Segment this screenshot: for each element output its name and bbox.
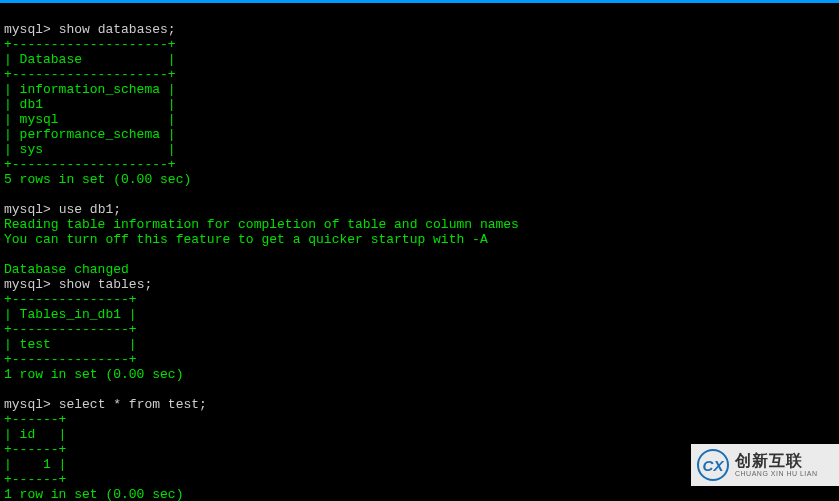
output-line: +------+ (4, 412, 66, 427)
session-0: mysql> show databases; +----------------… (4, 22, 191, 187)
mysql-prompt: mysql> (4, 277, 51, 292)
output-line: | information_schema | (4, 82, 176, 97)
output-line: You can turn off this feature to get a q… (4, 232, 488, 247)
output-line: | 1 | (4, 457, 66, 472)
watermark-text: 创新互联 CHUANG XIN HU LIAN (735, 452, 818, 477)
watermark-icon-text: CX (703, 458, 724, 473)
output-line: +--------------------+ (4, 37, 176, 52)
output-line: +--------------------+ (4, 157, 176, 172)
output-line: 5 rows in set (0.00 sec) (4, 172, 191, 187)
session-3: mysql> select * from test; +------+ | id… (4, 397, 207, 501)
command-use-db1: use db1; (59, 202, 121, 217)
output-line: | Database | (4, 52, 176, 67)
output-line: | test | (4, 337, 137, 352)
mysql-prompt: mysql> (4, 397, 51, 412)
command-show-tables: show tables; (59, 277, 153, 292)
session-1: mysql> use db1; Reading table informatio… (4, 202, 519, 277)
session-2: mysql> show tables; +---------------+ | … (4, 277, 183, 382)
mysql-prompt: mysql> (4, 22, 51, 37)
watermark-cn: 创新互联 (735, 452, 818, 470)
watermark-en: CHUANG XIN HU LIAN (735, 470, 818, 478)
output-line: 1 row in set (0.00 sec) (4, 487, 183, 501)
command-select-test: select * from test; (59, 397, 207, 412)
output-line: +---------------+ (4, 352, 137, 367)
output-line: Database changed (4, 262, 129, 277)
mysql-prompt: mysql> (4, 202, 51, 217)
output-line: +------+ (4, 472, 66, 487)
output-line: | id | (4, 427, 66, 442)
output-line: | Tables_in_db1 | (4, 307, 137, 322)
output-line: | db1 | (4, 97, 176, 112)
output-line: +---------------+ (4, 292, 137, 307)
command-show-databases: show databases; (59, 22, 176, 37)
output-line: Reading table information for completion… (4, 217, 519, 232)
output-line: | performance_schema | (4, 127, 176, 142)
output-line: 1 row in set (0.00 sec) (4, 367, 183, 382)
output-line: | mysql | (4, 112, 176, 127)
watermark-badge: CX 创新互联 CHUANG XIN HU LIAN (691, 444, 839, 486)
output-line: +---------------+ (4, 322, 137, 337)
output-line: +------+ (4, 442, 66, 457)
output-line: | sys | (4, 142, 176, 157)
watermark-icon: CX (697, 449, 729, 481)
terminal-output: mysql> show databases; +----------------… (0, 3, 839, 501)
output-line: +--------------------+ (4, 67, 176, 82)
